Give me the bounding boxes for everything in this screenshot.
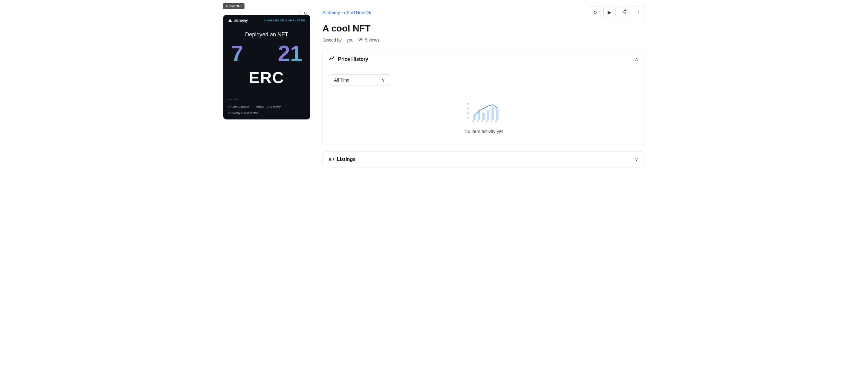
svg-point-12 [482, 120, 483, 122]
nft-card-header: alchemy CHALLENGE COMPLETED [223, 15, 310, 25]
listings-header[interactable]: 🏷 Listings ∨ [323, 152, 645, 167]
views-section: 👁 5 views [359, 37, 380, 43]
svg-point-1 [625, 9, 626, 11]
checkmarks: Open Zeppelin Remix Alchemy Solidity Fun… [228, 105, 305, 115]
svg-rect-17 [478, 112, 480, 120]
eye-icon: 👁 [359, 37, 363, 43]
alchemy-logo: alchemy [228, 18, 248, 23]
erc-numbers: 7 21 [228, 41, 305, 66]
svg-point-11 [477, 120, 478, 122]
price-history-body: All Time ∨ [323, 68, 645, 146]
share-icon [622, 9, 626, 15]
time-range-dropdown[interactable]: All Time ∨ [329, 74, 390, 86]
using-label: USING [228, 98, 305, 101]
svg-line-4 [623, 10, 625, 11]
price-history-title-group: Price History [329, 55, 368, 63]
using-divider [228, 103, 305, 103]
listings-chevron-icon: ∨ [635, 156, 639, 162]
svg-point-15 [495, 120, 497, 122]
more-button[interactable]: ⋮ [633, 6, 645, 18]
owned-by-label: Owned by [322, 38, 342, 42]
svg-point-7 [467, 107, 469, 109]
refresh-icon: ↻ [593, 9, 597, 15]
nft-card: alchemy CHALLENGE COMPLETED Deployed an … [223, 15, 310, 120]
erc-text: ERC [249, 68, 284, 87]
price-history-header[interactable]: Price History ∧ [323, 51, 645, 68]
nft-title: A cool NFT [322, 23, 645, 34]
owner-link[interactable]: you [347, 38, 353, 42]
price-history-title: Price History [338, 57, 368, 62]
time-range-value: All Time [334, 77, 349, 83]
ownership-row: Owned by you 👁 5 views [322, 37, 645, 43]
nft-main-content: Deployed an NFT 7 21 ERC [223, 25, 310, 93]
listings-title-group: 🏷 Listings [329, 157, 355, 162]
transfer-icon: ▶ [608, 9, 611, 15]
alchemy-logo-text: alchemy [234, 18, 248, 23]
listings-title: Listings [337, 157, 355, 162]
collection-link[interactable]: Alchemy - qFmTBqnfDk [322, 10, 371, 15]
svg-point-3 [622, 11, 623, 12]
share-button[interactable] [618, 6, 630, 18]
check-item-openzeppelin: Open Zeppelin [228, 105, 249, 108]
svg-point-10 [472, 120, 474, 122]
dropdown-chevron-icon: ∨ [382, 77, 385, 83]
price-history-chevron-icon: ∧ [635, 56, 639, 62]
svg-marker-0 [228, 19, 232, 22]
price-history-section: Price History ∧ All Time ∨ [322, 50, 645, 146]
no-activity-chart-svg [465, 99, 502, 124]
svg-point-13 [486, 120, 488, 122]
nft-footer: USING Open Zeppelin Remix Alchemy Solidi… [223, 93, 310, 120]
svg-point-9 [467, 117, 469, 119]
erc-visual: 7 21 ERC [228, 41, 305, 90]
svg-rect-21 [496, 108, 498, 120]
more-icon: ⋮ [636, 9, 641, 15]
refresh-button[interactable]: ↻ [589, 6, 601, 18]
listings-section: 🏷 Listings ∨ [322, 151, 645, 167]
svg-rect-19 [487, 110, 489, 120]
check-item-solidity: Solidity Fundamentals [228, 112, 258, 115]
check-item-remix: Remix [252, 105, 264, 108]
svg-rect-20 [492, 107, 494, 120]
header-actions: ↻ ▶ [589, 6, 645, 18]
check-item-alchemy: Alchemy [267, 105, 281, 108]
svg-rect-18 [482, 113, 485, 120]
price-history-icon [329, 55, 335, 63]
nft-tooltip: A cool NFT [223, 3, 245, 9]
chart-area: No item activity yet [329, 93, 639, 140]
chart-placeholder [465, 99, 502, 124]
right-column: Alchemy - qFmTBqnfDk ↻ ▶ [322, 6, 645, 172]
challenge-label: CHALLENGE COMPLETED [265, 19, 305, 22]
transfer-button[interactable]: ▶ [603, 6, 616, 18]
deployed-text: Deployed an NFT [228, 31, 305, 38]
views-count: 5 views [365, 38, 380, 42]
alchemy-logo-icon [228, 18, 232, 23]
left-column: A cool NFT ⎘ ♡ 0 alchemy CHALLENGE COMPL… [223, 6, 310, 172]
tag-icon: 🏷 [329, 157, 334, 162]
svg-point-8 [467, 112, 469, 114]
svg-line-5 [623, 12, 625, 13]
num-21: 21 [278, 41, 302, 66]
no-activity-text: No item activity yet [465, 129, 503, 134]
svg-point-14 [491, 120, 492, 122]
top-header: Alchemy - qFmTBqnfDk ↻ ▶ [322, 6, 645, 18]
svg-point-2 [625, 13, 626, 14]
svg-point-6 [467, 103, 469, 105]
num-7: 7 [231, 41, 243, 66]
